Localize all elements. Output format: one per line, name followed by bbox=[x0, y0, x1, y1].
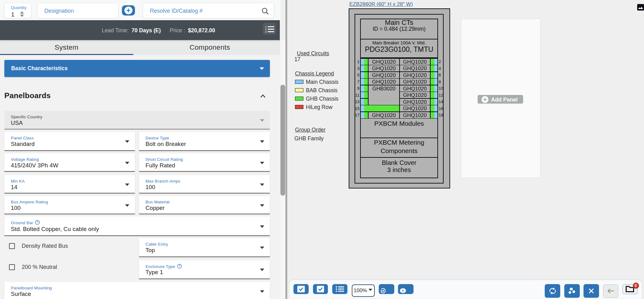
svg-text:GHQ1020: GHQ1020 bbox=[372, 66, 396, 71]
svg-text:9: 9 bbox=[357, 86, 360, 91]
svg-text:GHQ1020: GHQ1020 bbox=[403, 66, 427, 71]
svg-text:GHQ1020: GHQ1020 bbox=[403, 106, 427, 111]
svg-text:2: 2 bbox=[265, 28, 266, 30]
svg-text:Main CTs: Main CTs bbox=[385, 19, 414, 26]
svg-text:14: 14 bbox=[439, 99, 444, 104]
svg-text:GHQ1020: GHQ1020 bbox=[403, 72, 427, 78]
svg-text:6: 6 bbox=[439, 73, 441, 77]
svg-text:2: 2 bbox=[439, 59, 441, 64]
svg-text:10: 10 bbox=[439, 86, 443, 91]
svg-text:3 inches: 3 inches bbox=[387, 166, 411, 173]
svg-text:17: 17 bbox=[355, 113, 360, 117]
svg-text:GHQ1020: GHQ1020 bbox=[403, 112, 427, 118]
svg-text:1: 1 bbox=[357, 59, 360, 64]
svg-text:Components: Components bbox=[381, 147, 418, 154]
svg-text:Blank Cover: Blank Cover bbox=[382, 159, 417, 166]
svg-text:ID = 0.484 (12.29mm): ID = 0.484 (12.29mm) bbox=[373, 26, 426, 32]
svg-text:PDG23G0100, TMTU: PDG23G0100, TMTU bbox=[365, 45, 433, 53]
svg-text:5: 5 bbox=[357, 73, 360, 77]
svg-text:7: 7 bbox=[357, 79, 360, 84]
svg-text:GHQ1020: GHQ1020 bbox=[372, 72, 396, 78]
svg-text:GHQ1020: GHQ1020 bbox=[403, 99, 427, 105]
svg-text:18: 18 bbox=[439, 113, 443, 117]
svg-text:GHQ1020: GHQ1020 bbox=[372, 79, 396, 85]
svg-text:13: 13 bbox=[355, 99, 360, 104]
svg-text:11: 11 bbox=[355, 93, 360, 97]
svg-text:PXBCM Modules: PXBCM Modules bbox=[374, 120, 424, 127]
svg-text:Main Breaker 100A V. Mtd.: Main Breaker 100A V. Mtd. bbox=[373, 40, 426, 45]
svg-text:?: ? bbox=[36, 221, 38, 224]
svg-text:GHQ1020: GHQ1020 bbox=[372, 59, 396, 65]
svg-text:3: 3 bbox=[265, 31, 266, 33]
svg-text:PXBCM Metering: PXBCM Metering bbox=[374, 139, 424, 146]
svg-text:1: 1 bbox=[265, 26, 266, 28]
svg-text:?: ? bbox=[178, 265, 180, 268]
svg-text:GHQ1020: GHQ1020 bbox=[403, 59, 427, 65]
svg-text:GHQ1020: GHQ1020 bbox=[403, 92, 427, 98]
svg-text:GHQ1020: GHQ1020 bbox=[372, 112, 396, 118]
svg-text:GHB3020: GHB3020 bbox=[372, 86, 396, 92]
svg-text:8: 8 bbox=[439, 79, 441, 84]
svg-text:12: 12 bbox=[439, 93, 443, 97]
svg-text:GHQ1020: GHQ1020 bbox=[403, 86, 427, 92]
svg-text:16: 16 bbox=[439, 106, 443, 111]
svg-text:3: 3 bbox=[357, 66, 360, 71]
svg-text:GHQ1020: GHQ1020 bbox=[403, 79, 427, 85]
svg-text:15: 15 bbox=[355, 106, 360, 111]
svg-text:4: 4 bbox=[439, 66, 441, 71]
